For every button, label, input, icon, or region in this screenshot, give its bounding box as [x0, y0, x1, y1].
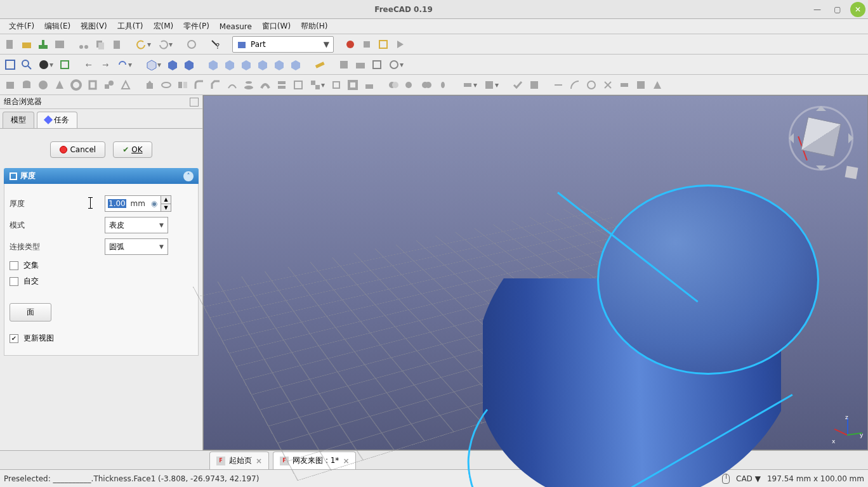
- tab-model[interactable]: 模型: [3, 112, 34, 128]
- window-close-button[interactable]: ✕: [850, 2, 865, 17]
- fit-all-button[interactable]: [3, 57, 18, 72]
- measure-linear-button[interactable]: [551, 77, 566, 93]
- part-create-button[interactable]: [336, 57, 352, 72]
- torus-button[interactable]: [69, 77, 84, 93]
- defeaturing-button[interactable]: [527, 77, 542, 93]
- navcube-down-icon[interactable]: [816, 166, 826, 176]
- navcube-left-icon[interactable]: [784, 133, 794, 143]
- nav-fwd-button[interactable]: →: [98, 57, 113, 72]
- common-button[interactable]: [435, 77, 450, 93]
- cylinder-shape[interactable]: [432, 172, 756, 470]
- measure-angular-button[interactable]: [567, 77, 582, 93]
- macro-edit-button[interactable]: [376, 37, 391, 52]
- tab-task[interactable]: 任务: [37, 112, 77, 128]
- menu-view[interactable]: 视图(V): [76, 20, 112, 33]
- group-button[interactable]: [353, 57, 368, 72]
- top-view-button[interactable]: [181, 57, 197, 72]
- navcube-menu-icon[interactable]: [845, 166, 858, 179]
- measure-toggledelta-button[interactable]: [650, 77, 665, 93]
- menu-help[interactable]: 帮助(H): [296, 20, 332, 33]
- view3-button[interactable]: [239, 57, 254, 72]
- cut-button[interactable]: [76, 37, 91, 52]
- refresh-button[interactable]: [184, 37, 199, 52]
- 3d-viewport[interactable]: z y x: [203, 95, 868, 450]
- cone-button[interactable]: [52, 77, 67, 93]
- draw-style-button[interactable]: ▾: [36, 57, 56, 72]
- sphere-button[interactable]: [36, 77, 51, 93]
- doc-tab-start[interactable]: F 起始页 ×: [209, 451, 269, 469]
- spin-arrows[interactable]: ▲▼: [161, 196, 171, 211]
- save-as-button[interactable]: [52, 37, 67, 52]
- check-geom-button[interactable]: [510, 77, 525, 93]
- menu-measure[interactable]: Measure: [214, 21, 257, 32]
- navigation-cube[interactable]: [786, 103, 856, 173]
- measure-refresh-button[interactable]: [584, 77, 599, 93]
- measure-clear-button[interactable]: [600, 77, 615, 93]
- iso-view-button[interactable]: ▾: [143, 57, 164, 72]
- nav-back-button[interactable]: ←: [81, 57, 96, 72]
- thickness-button[interactable]: [345, 77, 360, 93]
- thickness-input[interactable]: 1.00 mm ◉ ▲▼: [105, 195, 171, 212]
- dock-float-button[interactable]: [190, 98, 199, 107]
- menu-windows[interactable]: 窗口(W): [257, 20, 296, 33]
- save-doc-button[interactable]: [36, 37, 51, 52]
- cut-bool-button[interactable]: [402, 77, 418, 93]
- measure-button[interactable]: [312, 57, 327, 72]
- offset3d-button[interactable]: [329, 77, 344, 93]
- macro-play-button[interactable]: [392, 37, 407, 52]
- expression-icon[interactable]: ◉: [148, 199, 161, 208]
- sweep-button[interactable]: [258, 77, 273, 93]
- undo-button[interactable]: ▾: [133, 37, 154, 52]
- cancel-button[interactable]: Cancel: [50, 141, 105, 158]
- menu-tools[interactable]: 工具(T): [112, 20, 148, 33]
- cylinder-button[interactable]: [19, 77, 34, 93]
- macro-stop-button[interactable]: [359, 37, 374, 52]
- measure-toggle3d-button[interactable]: [633, 77, 648, 93]
- face-select-button[interactable]: 面: [10, 303, 51, 321]
- extrude-button[interactable]: [142, 77, 157, 93]
- macro-record-button[interactable]: [343, 37, 358, 52]
- compound-button[interactable]: ▾: [307, 77, 327, 93]
- collapse-icon[interactable]: ˄: [183, 171, 194, 181]
- redo-button[interactable]: ▾: [155, 37, 175, 52]
- open-doc-button[interactable]: [19, 37, 34, 52]
- copy-button[interactable]: [93, 37, 108, 52]
- new-doc-button[interactable]: [3, 37, 18, 52]
- ruled-button[interactable]: [225, 77, 240, 93]
- navcube-up-icon[interactable]: [816, 101, 826, 111]
- menu-macro[interactable]: 宏(M): [148, 20, 179, 33]
- section-button[interactable]: [274, 77, 289, 93]
- tube-button[interactable]: [85, 77, 100, 93]
- primitives-button[interactable]: [102, 77, 117, 93]
- window-maximize-button[interactable]: ▢: [830, 2, 845, 17]
- split-button[interactable]: ▾: [481, 77, 501, 93]
- ok-button[interactable]: ✔ OK: [113, 141, 152, 158]
- link-actions-button[interactable]: ▾: [386, 57, 406, 72]
- bbox-button[interactable]: [57, 57, 72, 72]
- update-view-checkbox[interactable]: ✔ 更新视图: [10, 333, 193, 344]
- whats-this-button[interactable]: ?: [208, 37, 223, 52]
- link-make-button[interactable]: [369, 57, 385, 72]
- selfintersection-checkbox[interactable]: 自交: [10, 276, 193, 287]
- join-select[interactable]: 圆弧▼: [105, 238, 168, 255]
- paste-button[interactable]: [109, 37, 124, 52]
- box-button[interactable]: [3, 77, 18, 93]
- revolve-button[interactable]: [159, 77, 174, 93]
- view2-button[interactable]: [222, 57, 237, 72]
- chamfer-button[interactable]: [208, 77, 223, 93]
- view5-button[interactable]: [272, 57, 287, 72]
- menu-edit[interactable]: 编辑(E): [39, 20, 76, 33]
- window-minimize-button[interactable]: —: [810, 2, 825, 17]
- link-nav-button[interactable]: ▾: [114, 57, 135, 72]
- join-button[interactable]: ▾: [459, 77, 480, 93]
- fit-selection-button[interactable]: [19, 57, 34, 72]
- close-tab-icon[interactable]: ×: [256, 457, 262, 465]
- menu-part[interactable]: 零件(P): [178, 20, 214, 33]
- loft-button[interactable]: [241, 77, 256, 93]
- view6-button[interactable]: [288, 57, 303, 72]
- mode-select[interactable]: 表皮▼: [105, 217, 168, 233]
- projection-button[interactable]: [362, 77, 377, 93]
- view1-button[interactable]: [206, 57, 221, 72]
- fillet-button[interactable]: [192, 77, 207, 93]
- intersection-checkbox[interactable]: 交集: [10, 260, 193, 271]
